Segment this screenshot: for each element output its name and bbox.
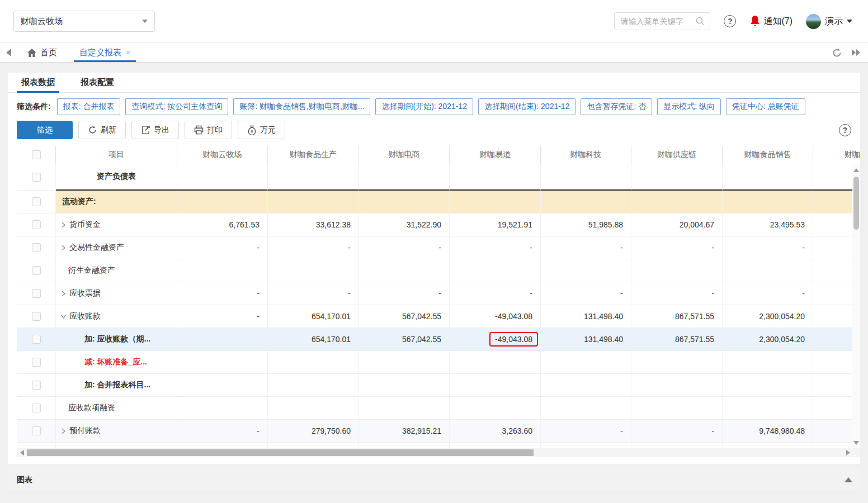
export-button[interactable]: 导出 (131, 121, 179, 139)
row-checkbox[interactable] (32, 289, 41, 298)
filter-button[interactable]: 筛选 (17, 121, 73, 139)
expand-row-button[interactable] (58, 222, 68, 228)
value-cell (177, 374, 268, 397)
value-cell (450, 191, 541, 213)
expand-row-button[interactable] (58, 245, 68, 251)
chevron-right-icon (60, 428, 67, 434)
chart-section-label: 图表 (17, 475, 32, 485)
row-checkbox[interactable] (32, 220, 41, 229)
filter-chip[interactable]: 显示模式: 纵向 (657, 98, 721, 115)
filter-chip[interactable]: 账簿: 财咖食品销售,财咖电商,财咖... (233, 98, 370, 115)
cell-value: - (802, 289, 805, 298)
filter-chip[interactable]: 选择期间(开始): 2021-12 (375, 98, 473, 115)
collapse-row-button[interactable] (58, 314, 68, 320)
value-cell (177, 328, 268, 351)
value-cell: 2,300,054.20 (723, 328, 813, 351)
expand-row-button[interactable] (58, 428, 68, 434)
value-cell (631, 443, 723, 448)
help-icon[interactable]: ? (724, 15, 736, 27)
row-checkbox[interactable] (32, 404, 41, 412)
search-input[interactable] (620, 17, 695, 26)
value-cell (177, 259, 268, 282)
fast-forward-icon[interactable] (850, 48, 861, 57)
value-cell (268, 191, 359, 213)
value-cell (268, 374, 359, 397)
cell-value: 867,571.55 (675, 335, 714, 344)
value-cell (359, 164, 450, 191)
column-header: 财咖云牧场 (177, 146, 268, 164)
value-cell (631, 259, 723, 282)
tab-close-icon[interactable]: × (126, 48, 130, 57)
row-checkbox[interactable] (32, 358, 41, 367)
value-cell (359, 374, 450, 397)
horizontal-scrollbar-thumb[interactable] (27, 449, 534, 456)
value-cell: - (177, 282, 268, 305)
collapse-up-icon[interactable] (845, 477, 852, 482)
cell-value: 33,612.38 (316, 220, 351, 229)
tab-report-config[interactable]: 报表配置 (76, 76, 119, 92)
scroll-left-arrow-icon[interactable] (20, 450, 24, 455)
select-all-checkbox[interactable] (32, 150, 41, 159)
value-cell (631, 374, 723, 397)
value-cell: - (541, 420, 631, 443)
value-cell (723, 351, 813, 374)
row-checkbox[interactable] (32, 381, 41, 390)
row-checkbox[interactable] (32, 243, 41, 252)
scroll-right-arrow-icon[interactable] (846, 450, 850, 455)
value-cell (268, 164, 359, 191)
filter-chip[interactable]: 凭证中心: 总账凭证 (726, 98, 805, 115)
value-cell (450, 397, 541, 420)
value-cell (723, 191, 813, 213)
filter-chip[interactable]: 查询模式: 按公司主体查询 (125, 98, 228, 115)
item-label-cell: 加: 应收账款（期... (56, 328, 177, 351)
tab-report-data[interactable]: 报表数据 (17, 76, 59, 92)
row-checkbox[interactable] (32, 312, 41, 321)
cell-value: - (530, 243, 532, 252)
menu-search[interactable] (614, 12, 710, 30)
vertical-scrollbar-thumb[interactable] (853, 177, 859, 230)
refresh-tab-icon[interactable] (832, 48, 842, 58)
row-checkbox[interactable] (32, 173, 41, 182)
print-button[interactable]: 打印 (185, 121, 232, 139)
value-cell: - (631, 282, 723, 305)
expand-row-button[interactable] (58, 291, 68, 297)
org-selector-value: 财咖云牧场 (21, 16, 63, 27)
value-cell (177, 164, 268, 191)
row-checkbox[interactable] (32, 426, 41, 435)
value-cell: 6,761.53 (177, 213, 268, 236)
vertical-scrollbar[interactable] (852, 164, 860, 448)
cell-value: 867,571.55 (675, 312, 714, 321)
value-cell (631, 191, 723, 213)
table-row: 应收款项融资 (17, 397, 860, 420)
filter-chip[interactable]: 报表: 合并报表 (57, 98, 121, 115)
item-label: 应收票据 (69, 288, 101, 298)
tabs-scroll-left-button[interactable] (0, 43, 17, 62)
topbar-right: ? 通知(7) 演示 (614, 12, 852, 30)
cell-value: - (257, 289, 260, 298)
tab-home[interactable]: 首页 (17, 43, 69, 62)
tab-custom-report[interactable]: 自定义报表 × (69, 43, 140, 62)
row-checkbox[interactable] (32, 197, 41, 206)
notifications-button[interactable]: 通知(7) (749, 15, 792, 27)
cell-value: 3,263.60 (502, 426, 533, 435)
scroll-up-arrow-icon[interactable] (853, 168, 859, 172)
chart-section-bar[interactable]: 图表 (8, 469, 860, 490)
row-checkbox[interactable] (32, 335, 41, 344)
value-cell: 654,170.01 (268, 305, 359, 328)
row-checkbox[interactable] (32, 266, 41, 275)
table-help-icon[interactable]: ? (839, 124, 851, 136)
org-selector-dropdown[interactable]: 财咖云牧场 (13, 11, 155, 32)
user-menu[interactable]: 演示 (806, 14, 852, 29)
cell-value: 131,498.40 (584, 312, 623, 321)
item-label: 加: 应收账款（期... (84, 334, 150, 344)
value-cell (359, 259, 450, 282)
value-cell (268, 351, 359, 374)
value-cell (450, 443, 541, 448)
filter-chip[interactable]: 选择期间(结束): 2021-12 (478, 98, 575, 115)
refresh-button[interactable]: 刷新 (78, 121, 126, 139)
filter-chip[interactable]: 包含暂存凭证: 否 (581, 98, 652, 115)
horizontal-scrollbar[interactable] (17, 448, 860, 457)
unit-wan-button[interactable]: ¥ 万元 (238, 121, 285, 139)
cell-value: - (348, 289, 351, 298)
scroll-down-arrow-icon[interactable] (853, 441, 859, 445)
